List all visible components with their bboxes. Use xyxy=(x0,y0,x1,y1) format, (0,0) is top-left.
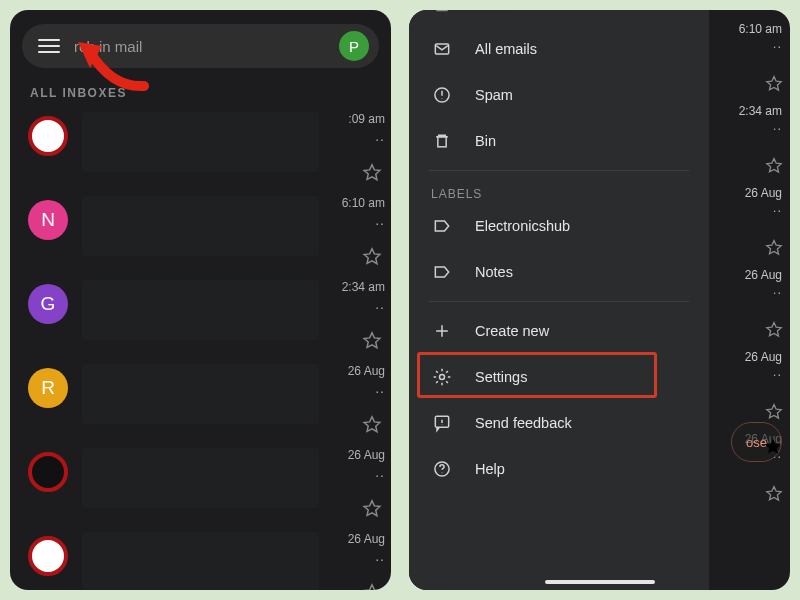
mail-time: 2:34 am xyxy=(323,280,385,294)
drawer-item-send-feedback[interactable]: Send feedback xyxy=(409,400,709,446)
drawer-item-electronicshub[interactable]: Electronicshub xyxy=(409,203,709,249)
star-icon[interactable] xyxy=(764,156,784,176)
mail-preview-redacted xyxy=(82,196,319,256)
label-icon xyxy=(431,215,453,237)
svg-point-2 xyxy=(442,98,443,99)
mail-row[interactable]: G2:34 am.. xyxy=(10,274,391,358)
drawer-item-label: Spam xyxy=(475,87,513,103)
mail-time: 6:10 am xyxy=(323,196,385,210)
sender-avatar: G xyxy=(28,284,68,324)
sender-avatar: R xyxy=(28,368,68,408)
label-icon xyxy=(431,261,453,283)
sender-avatar xyxy=(28,116,68,156)
star-icon[interactable] xyxy=(764,484,784,504)
svg-point-6 xyxy=(442,424,443,425)
drawer-item-label: Drafts xyxy=(475,10,514,11)
search-bar[interactable]: rch in mail P xyxy=(22,24,379,68)
star-icon[interactable] xyxy=(762,436,784,458)
star-icon[interactable] xyxy=(361,330,383,352)
mail-time: 26 Aug xyxy=(323,364,385,378)
drawer-item-label: Help xyxy=(475,461,505,477)
feedback-icon xyxy=(431,412,453,434)
mail-meta: 26 Aug.. xyxy=(323,448,385,480)
svg-point-4 xyxy=(440,375,445,380)
drawer-item-all-emails[interactable]: All emails xyxy=(409,26,709,72)
sender-avatar: N xyxy=(28,200,68,240)
mail-row[interactable]: 26 Aug.. xyxy=(10,526,391,590)
star-icon[interactable] xyxy=(764,74,784,94)
star-icon[interactable] xyxy=(361,246,383,268)
search-input[interactable]: rch in mail xyxy=(74,38,339,55)
inbox-section-label: ALL INBOXES xyxy=(10,78,391,106)
mail-meta: 26 Aug.. xyxy=(323,364,385,396)
mail-meta: :09 am.. xyxy=(323,112,385,144)
mail-preview-redacted xyxy=(82,532,319,590)
mail-meta: 6:10 am.. xyxy=(323,196,385,228)
sender-avatar xyxy=(28,452,68,492)
spam-icon xyxy=(431,84,453,106)
star-icon[interactable] xyxy=(764,402,784,422)
hamburger-menu-icon[interactable] xyxy=(38,35,60,57)
drawer-item-label: Send feedback xyxy=(475,415,572,431)
mail-row[interactable]: R26 Aug.. xyxy=(10,358,391,442)
drawer-item-bin[interactable]: Bin xyxy=(409,118,709,164)
drawer-item-label: Notes xyxy=(475,264,513,280)
divider xyxy=(429,301,689,302)
file-icon xyxy=(431,10,453,14)
bg-mail-row: 26 Aug.. xyxy=(708,184,790,266)
mail-row[interactable]: N6:10 am.. xyxy=(10,190,391,274)
star-icon[interactable] xyxy=(361,414,383,436)
mail-row[interactable]: 26 Aug.. xyxy=(10,442,391,526)
labels-header: LABELS xyxy=(409,177,709,203)
mail-meta: 2:34 am.. xyxy=(323,280,385,312)
mail-time: :09 am xyxy=(323,112,385,126)
drawer-item-notes[interactable]: Notes xyxy=(409,249,709,295)
phone-left-inbox: rch in mail P ALL INBOXES :09 am..N6:10 … xyxy=(10,10,391,590)
all-mail-icon xyxy=(431,38,453,60)
home-indicator xyxy=(545,580,655,584)
drawer-item-label: Electronicshub xyxy=(475,218,570,234)
account-avatar[interactable]: P xyxy=(339,31,369,61)
bg-mail-row: 2:34 am.. xyxy=(708,102,790,184)
svg-point-8 xyxy=(442,472,443,473)
mail-preview-redacted xyxy=(82,364,319,424)
star-icon[interactable] xyxy=(764,320,784,340)
phone-right-drawer: 6:10 am..2:34 am..26 Aug..26 Aug..26 Aug… xyxy=(409,10,790,590)
drawer-item-label: All emails xyxy=(475,41,537,57)
mail-time: 26 Aug xyxy=(323,448,385,462)
bg-mail-row: 26 Aug.. xyxy=(708,266,790,348)
mail-list: :09 am..N6:10 am..G2:34 am..R26 Aug..26 … xyxy=(10,106,391,590)
mail-meta: 26 Aug.. xyxy=(323,532,385,564)
plus-icon xyxy=(431,320,453,342)
star-icon[interactable] xyxy=(361,582,383,590)
mail-preview-redacted xyxy=(82,448,319,508)
divider xyxy=(429,170,689,171)
sender-avatar xyxy=(28,536,68,576)
drawer-item-label: Settings xyxy=(475,369,527,385)
star-icon[interactable] xyxy=(361,498,383,520)
bg-mail-row: 6:10 am.. xyxy=(708,20,790,102)
drawer-item-help[interactable]: Help xyxy=(409,446,709,492)
mail-time: 26 Aug xyxy=(323,532,385,546)
bin-icon xyxy=(431,130,453,152)
drawer-item-create-new[interactable]: Create new xyxy=(409,308,709,354)
star-icon[interactable] xyxy=(764,238,784,258)
nav-drawer: DraftsAll emailsSpamBin LABELS Electroni… xyxy=(409,10,709,590)
drawer-item-spam[interactable]: Spam xyxy=(409,72,709,118)
mail-preview-redacted xyxy=(82,112,319,172)
svg-rect-3 xyxy=(438,137,446,147)
bg-mail-row: 26 Aug.. xyxy=(708,348,790,430)
mail-preview-redacted xyxy=(82,280,319,340)
drawer-item-label: Bin xyxy=(475,133,496,149)
drawer-item-drafts[interactable]: Drafts xyxy=(409,10,709,26)
mail-row[interactable]: :09 am.. xyxy=(10,106,391,190)
drawer-item-settings[interactable]: Settings xyxy=(409,354,709,400)
help-icon xyxy=(431,458,453,480)
background-mail-list: 6:10 am..2:34 am..26 Aug..26 Aug..26 Aug… xyxy=(708,10,790,590)
star-icon[interactable] xyxy=(361,162,383,184)
gear-icon xyxy=(431,366,453,388)
drawer-item-label: Create new xyxy=(475,323,549,339)
